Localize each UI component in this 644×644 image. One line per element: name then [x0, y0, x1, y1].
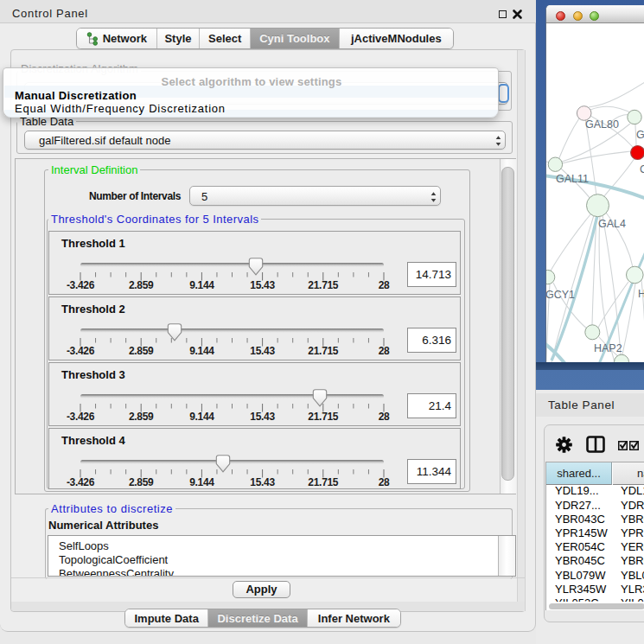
svg-text:H: H: [638, 288, 644, 300]
svg-text:GAL11: GAL11: [556, 173, 589, 185]
svg-text:HAP2: HAP2: [594, 342, 622, 354]
svg-text:C: C: [640, 163, 644, 175]
svg-text:GCY1: GCY1: [546, 289, 575, 301]
svg-text:GAL4: GAL4: [598, 218, 626, 230]
svg-text:G.: G.: [636, 129, 644, 141]
svg-text:GAL80: GAL80: [585, 118, 619, 131]
